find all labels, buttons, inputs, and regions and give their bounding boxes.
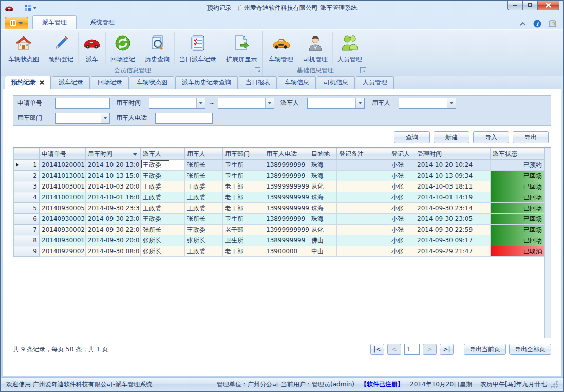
cell-status[interactable]: 已取消 — [491, 246, 544, 257]
cell-phone[interactable]: 13999999999 — [264, 181, 309, 192]
cell-department[interactable]: 卫生所 — [223, 214, 264, 225]
cell-user[interactable]: 王政委 — [185, 181, 223, 192]
cell-destination[interactable]: 珠海 — [309, 214, 337, 225]
dispatcher-combo[interactable] — [307, 98, 365, 109]
cell-application-no[interactable]: 20141003001 — [40, 181, 86, 192]
header-registrar[interactable]: 登记人 — [389, 148, 415, 160]
tab-dispatch-records[interactable]: 派车记录 — [52, 76, 90, 89]
cell-status[interactable]: 已回场 — [491, 203, 544, 214]
cell-department[interactable]: 卫生所 — [223, 235, 264, 246]
cell-accepted-time[interactable]: 2014-10-01 14:19 — [415, 192, 491, 203]
next-page-button[interactable]: > — [423, 344, 437, 355]
page-number-input[interactable] — [404, 344, 420, 355]
tab-driver-info[interactable]: 司机信息 — [317, 76, 355, 89]
cell-department[interactable]: 老干部 — [223, 181, 264, 192]
cell-department[interactable]: 老干部 — [223, 203, 264, 214]
cell-application-no[interactable]: 20140929002 — [40, 246, 86, 257]
cell-destination[interactable]: 从化 — [309, 181, 337, 192]
table-row[interactable]: 8201409300012014-09-30 20:00张所长张所长卫生所138… — [14, 235, 544, 246]
cell-accepted-time[interactable]: 2014-09-29 21:47 — [415, 246, 491, 257]
cell-registrar[interactable]: 小张 — [389, 214, 415, 225]
resize-grip[interactable] — [551, 381, 558, 388]
row-number[interactable]: 6 — [24, 214, 40, 225]
cell-note[interactable] — [337, 160, 389, 171]
cell-accepted-time[interactable]: 2014-10-03 18:11 — [415, 181, 491, 192]
cell-destination[interactable]: 从化 — [309, 225, 337, 235]
previous-page-button[interactable]: < — [387, 344, 401, 355]
dialog-launcher-icon[interactable] — [255, 67, 260, 73]
cell-destination[interactable]: 珠海 — [309, 203, 337, 214]
cell-phone[interactable]: 1389999999 — [264, 160, 309, 171]
license-registered-link[interactable]: 【软件已注册】 — [361, 380, 404, 389]
cell-user[interactable]: 王政委 — [185, 203, 223, 214]
table-row[interactable]: 4201410010012014-10-01 16:00王政委王政委老干部139… — [14, 192, 544, 203]
use-time-from-combo[interactable] — [149, 98, 205, 109]
export-all-pages-button[interactable]: 导出全部页 — [509, 344, 551, 355]
row-number[interactable]: 8 — [24, 235, 40, 246]
cell-registrar[interactable]: 小张 — [389, 225, 415, 235]
cell-note[interactable] — [337, 171, 389, 181]
cell-registrar[interactable]: 小张 — [389, 203, 415, 214]
cell-application-no[interactable]: 20141013001 — [40, 171, 86, 181]
dispatch-button[interactable]: 派车 — [79, 32, 106, 66]
cell-dispatcher[interactable]: 王政委 — [141, 214, 185, 225]
row-indicator[interactable] — [14, 246, 24, 257]
cell-phone[interactable]: 13999999999 — [264, 192, 309, 203]
cell-status[interactable]: 已回场 — [491, 192, 544, 203]
cell-user[interactable]: 张所长 — [185, 214, 223, 225]
cell-dispatcher[interactable]: 王政委 — [141, 181, 185, 192]
tab-daily-report[interactable]: 当日报表 — [239, 76, 277, 89]
cell-use-time[interactable]: 2014-09-30 08:00 — [86, 246, 141, 257]
table-row[interactable]: 3201410030012014-10-03 20:00王政委王政委老干部139… — [14, 181, 544, 192]
reservation-register-button[interactable]: 预约登记 — [44, 32, 79, 66]
close-button[interactable] — [537, 1, 559, 10]
row-number[interactable]: 3 — [24, 181, 40, 192]
cell-user[interactable]: 张所长 — [185, 235, 223, 246]
export-button[interactable]: 导出 — [513, 131, 549, 143]
header-use-time[interactable]: 用车时间 — [86, 148, 141, 160]
cell-note[interactable] — [337, 225, 389, 235]
header-phone[interactable]: 用车人电话 — [264, 148, 309, 160]
tab-personnel-manage[interactable]: 人员管理 — [356, 76, 394, 89]
cell-user[interactable]: 王政委 — [185, 225, 223, 235]
cell-department[interactable]: 卫生所 — [223, 160, 264, 171]
table-row[interactable]: 6201409300032014-09-30 23:00王政委张所长卫生所138… — [14, 214, 544, 225]
minimize-button[interactable] — [507, 1, 522, 10]
header-dispatcher[interactable]: 派车人 — [141, 148, 185, 160]
cell-note[interactable] — [337, 181, 389, 192]
tab-reservation-records[interactable]: 预约记录 — [5, 76, 51, 89]
cell-application-no[interactable]: 20140930002 — [40, 225, 86, 235]
cell-destination[interactable]: 佛山 — [309, 235, 337, 246]
cell-destination[interactable]: 珠海 — [309, 160, 337, 171]
info-icon[interactable]: i — [533, 20, 541, 28]
row-indicator[interactable] — [14, 192, 24, 203]
row-indicator[interactable] — [14, 214, 24, 225]
cell-use-time[interactable]: 2014-10-13 15:00 — [86, 171, 141, 181]
cell-use-time[interactable]: 2014-09-30 23:30 — [86, 203, 141, 214]
row-indicator[interactable] — [14, 160, 24, 171]
row-indicator[interactable] — [14, 225, 24, 235]
vehicle-manage-button[interactable]: 车辆管理 — [264, 32, 298, 66]
cell-department[interactable]: 老干部 — [223, 225, 264, 235]
cell-accepted-time[interactable]: 2014-09-30 22:59 — [415, 225, 491, 235]
extend-screen-button[interactable]: 扩展屏显示 — [221, 32, 261, 66]
export-current-page-button[interactable]: 导出当前页 — [464, 344, 506, 355]
cell-dispatcher[interactable]: 王政委 — [141, 171, 185, 181]
row-indicator[interactable] — [14, 235, 24, 246]
row-number[interactable]: 5 — [24, 203, 40, 214]
row-number[interactable]: 9 — [24, 246, 40, 257]
header-application-no[interactable]: 申请单号 — [40, 148, 86, 160]
cell-status[interactable]: 已回场 — [491, 225, 544, 235]
personnel-manage-button[interactable]: 人员管理 — [333, 32, 367, 66]
cell-destination[interactable]: 中山 — [309, 246, 337, 257]
cell-phone[interactable]: 13900000 — [264, 246, 309, 257]
driver-manage-button[interactable]: 司机管理 — [298, 32, 333, 66]
cell-application-no[interactable]: 20141001001 — [40, 192, 86, 203]
row-number[interactable]: 7 — [24, 225, 40, 235]
application-menu-button[interactable] — [5, 17, 28, 29]
row-number[interactable]: 4 — [24, 192, 40, 203]
create-button[interactable]: 新建 — [434, 131, 469, 143]
tab-return-records[interactable]: 回场记录 — [91, 76, 129, 89]
cell-application-no[interactable]: 20140930005 — [40, 203, 86, 214]
import-button[interactable]: 导入 — [473, 131, 509, 143]
